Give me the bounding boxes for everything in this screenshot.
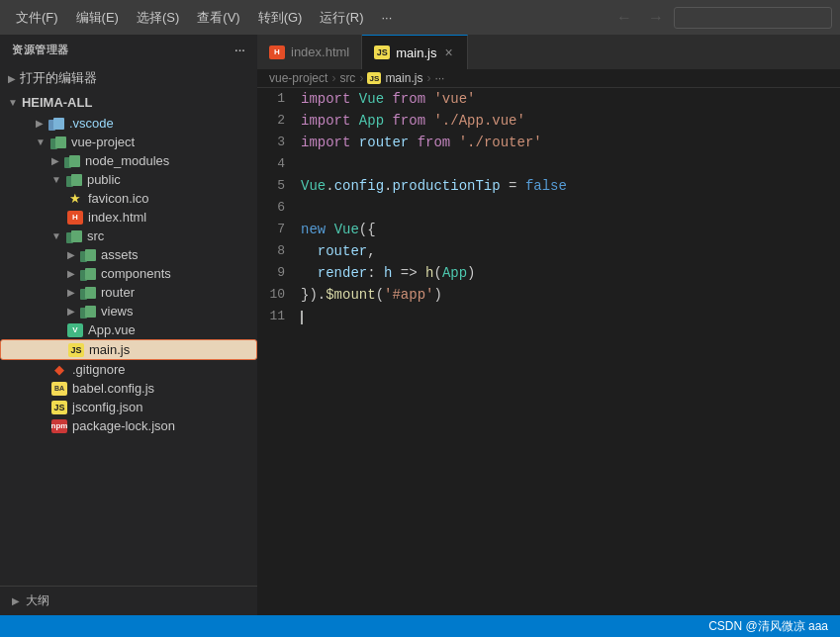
src-label: src [87, 228, 104, 243]
svg-rect-11 [85, 249, 96, 261]
tab-index-html[interactable]: H index.html [257, 35, 362, 69]
line-content: render: h => h(App) [297, 262, 840, 284]
code-line: 1import Vue from 'vue' [257, 88, 840, 110]
breadcrumb-dots[interactable]: ··· [434, 71, 444, 85]
code-editor[interactable]: 1import Vue from 'vue'2import App from '… [257, 88, 840, 615]
vue-project-folder-icon [50, 136, 66, 149]
sidebar-item-assets[interactable]: assets [0, 245, 257, 264]
back-arrow[interactable]: ← [610, 7, 638, 29]
favicon-icon: ★ [67, 192, 83, 206]
cursor [301, 311, 303, 324]
search-input[interactable] [674, 7, 832, 29]
components-folder-icon [80, 267, 96, 281]
menu-goto[interactable]: 转到(G) [250, 5, 311, 31]
code-line: 3import router from './router' [257, 132, 840, 153]
tab-main-js-icon: JS [374, 46, 390, 59]
main-js-icon: JS [68, 343, 84, 357]
sidebar-item-router[interactable]: router [0, 283, 257, 302]
menu-bar: 文件(F) 编辑(E) 选择(S) 查看(V) 转到(G) 运行(R) ··· … [0, 0, 840, 35]
outline-section[interactable]: 大纲 [0, 586, 257, 615]
line-content: Vue.config.productionTip = false [297, 175, 840, 197]
menu-select[interactable]: 选择(S) [129, 5, 187, 31]
breadcrumb-src[interactable]: src [339, 71, 355, 85]
line-content: router, [297, 240, 840, 262]
line-number: 4 [257, 153, 297, 175]
sidebar-item-vscode[interactable]: .vscode [0, 114, 257, 133]
sidebar-item-vue-project[interactable]: vue-project [0, 133, 257, 151]
tab-index-html-icon: H [269, 46, 285, 59]
svg-rect-7 [71, 174, 82, 186]
sidebar-item-favicon[interactable]: ★ favicon.ico [0, 189, 257, 208]
sidebar-content: 打开的编辑器 HEIMA-ALL .vscode [0, 65, 257, 586]
node-modules-chevron [51, 155, 59, 166]
src-chevron [51, 230, 61, 241]
svg-rect-1 [53, 118, 64, 130]
open-editors-section[interactable]: 打开的编辑器 [0, 65, 257, 91]
router-folder-icon [80, 286, 96, 300]
public-chevron [51, 174, 61, 185]
sidebar-item-src[interactable]: src [0, 227, 257, 245]
menu-more[interactable]: ··· [373, 6, 400, 29]
sidebar-item-node-modules[interactable]: node_modules [0, 151, 257, 170]
line-content: import App from './App.vue' [297, 110, 840, 132]
sidebar-item-package-lock[interactable]: npm package-lock.json [0, 416, 257, 435]
breadcrumb-vue-project[interactable]: vue-project [269, 71, 327, 85]
breadcrumb-js-icon: JS [367, 72, 381, 84]
menu-file[interactable]: 文件(F) [8, 5, 66, 31]
tab-main-js[interactable]: JS main.js × [362, 35, 467, 69]
sidebar-header: 资源管理器 ··· [0, 35, 257, 65]
sidebar-item-gitignore[interactable]: ◆ .gitignore [0, 360, 257, 379]
menu-edit[interactable]: 编辑(E) [68, 5, 127, 31]
sidebar-item-babel-config[interactable]: BA babel.config.js [0, 379, 257, 398]
breadcrumb-main-js[interactable]: main.js [385, 71, 422, 85]
menu-view[interactable]: 查看(V) [189, 5, 247, 31]
breadcrumb-sep1: › [331, 71, 335, 85]
root-section[interactable]: HEIMA-ALL [0, 91, 257, 114]
svg-rect-15 [85, 287, 96, 299]
status-bar: CSDN @清风微凉 aaa [0, 615, 840, 637]
sidebar-item-app-vue[interactable]: V App.vue [0, 320, 257, 339]
nav-arrows: ← → [610, 7, 832, 29]
views-folder-icon [80, 305, 96, 318]
jsconfig-label: jsconfig.json [72, 400, 143, 414]
line-content: import Vue from 'vue' [297, 88, 840, 110]
components-label: components [101, 266, 171, 281]
code-line: 2import App from './App.vue' [257, 110, 840, 132]
outline-chevron [12, 595, 20, 606]
sidebar-item-views[interactable]: views [0, 302, 257, 320]
app-vue-icon: V [67, 323, 83, 337]
code-line: 7new Vue({ [257, 219, 840, 240]
babel-icon: BA [51, 382, 67, 396]
sidebar-item-index-html[interactable]: H index.html [0, 208, 257, 227]
line-content: new Vue({ [297, 219, 840, 240]
line-number: 1 [257, 88, 297, 110]
code-line: 10}).$mount('#app') [257, 284, 840, 306]
views-chevron [67, 306, 75, 317]
sidebar-item-jsconfig[interactable]: JS jsconfig.json [0, 398, 257, 416]
root-chevron [8, 97, 18, 108]
forward-arrow[interactable]: → [642, 7, 670, 29]
router-label: router [101, 285, 135, 300]
vscode-label: .vscode [69, 116, 114, 131]
public-folder-icon [66, 173, 82, 187]
code-line: 6 [257, 197, 840, 219]
sidebar-item-public[interactable]: public [0, 170, 257, 189]
package-lock-label: package-lock.json [72, 418, 175, 433]
sidebar-item-main-js[interactable]: JS main.js [0, 339, 257, 360]
package-lock-icon: npm [51, 419, 67, 433]
line-content [297, 306, 840, 327]
jsconfig-icon: JS [51, 401, 67, 414]
svg-rect-13 [85, 268, 96, 280]
menu-run[interactable]: 运行(R) [312, 5, 371, 31]
breadcrumb-sep2: › [359, 71, 363, 85]
line-content [297, 153, 840, 175]
vue-project-label: vue-project [71, 135, 135, 149]
node-modules-label: node_modules [85, 153, 169, 168]
tab-close-button[interactable]: × [442, 45, 454, 60]
vscode-chevron [36, 118, 44, 129]
sidebar-item-components[interactable]: components [0, 264, 257, 283]
main-content: 资源管理器 ··· 打开的编辑器 HEIMA-ALL .vscode [0, 35, 840, 615]
sidebar-more-button[interactable]: ··· [234, 45, 245, 56]
code-line: 8 router, [257, 240, 840, 262]
line-content [297, 197, 840, 219]
